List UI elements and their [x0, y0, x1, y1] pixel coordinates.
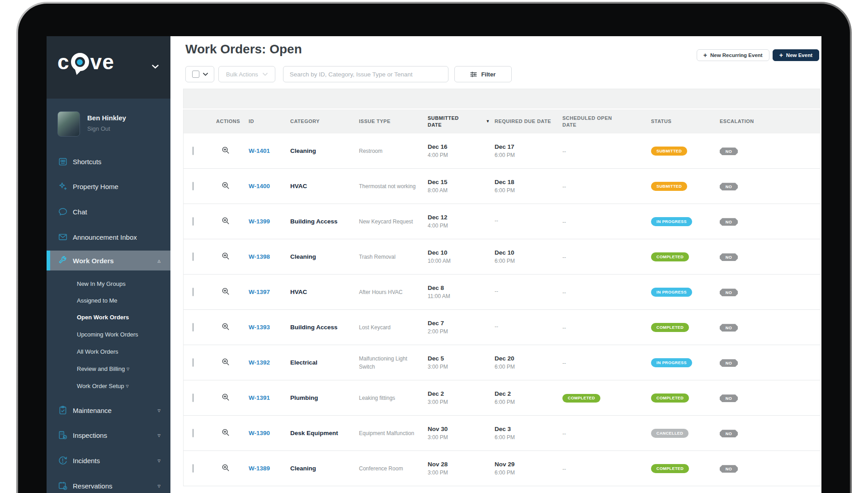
sidebar-item-announcement-inbox[interactable]: Announcement Inbox — [47, 227, 170, 247]
sort-desc-icon[interactable]: ▼ — [486, 119, 490, 124]
category-cell: Cleaning — [290, 465, 359, 472]
work-order-id-link[interactable]: W-1392 — [249, 359, 290, 366]
sidebar-subitem-assigned-to-me[interactable]: Assigned to Me — [77, 297, 118, 304]
sidebar-item-property-home[interactable]: Property Home — [47, 176, 170, 196]
row-checkbox[interactable] — [193, 217, 193, 226]
collapse-chevron-icon[interactable]: ▵ — [157, 258, 160, 264]
column-header-actions[interactable]: ACTIONS — [216, 118, 249, 125]
row-checkbox[interactable] — [193, 393, 193, 402]
chevron-down-icon[interactable]: ▿ — [127, 365, 130, 372]
escalation-badge: NO — [720, 218, 738, 226]
sidebar-item-incidents[interactable]: Incidents ▿ — [47, 450, 170, 470]
table-row[interactable]: W-1399 Building Access New Keycard Reque… — [184, 204, 820, 239]
bulk-actions-button[interactable]: Bulk Actions — [218, 66, 275, 82]
row-checkbox[interactable] — [193, 429, 193, 437]
sidebar-subitem-review-and-billing[interactable]: Review and Billing ▿ — [77, 365, 129, 372]
chevron-down-icon[interactable]: ▿ — [157, 458, 160, 464]
table-row[interactable]: W-1397 HVAC After Hours HVAC Dec 8 11:00… — [184, 275, 820, 310]
zoom-in-action-icon[interactable] — [222, 322, 249, 332]
submitted-date-cell: Nov 30 3:00 PM — [428, 426, 495, 441]
work-order-id-link[interactable]: W-1397 — [249, 289, 290, 295]
scheduled-open-date-cell: -- — [562, 429, 651, 437]
zoom-in-action-icon[interactable] — [222, 358, 249, 368]
column-header-issue-type[interactable]: ISSUE TYPE — [359, 118, 428, 125]
select-all-checkbox[interactable] — [192, 71, 199, 78]
row-checkbox[interactable] — [193, 464, 193, 473]
row-checkbox[interactable] — [193, 288, 193, 296]
scheduled-open-date-cell: -- — [562, 465, 651, 473]
chevron-down-icon[interactable]: ▿ — [157, 408, 160, 413]
work-order-id-link[interactable]: W-1401 — [249, 147, 290, 154]
search-input[interactable] — [283, 66, 448, 82]
zoom-in-action-icon[interactable] — [222, 393, 249, 403]
column-header-status[interactable]: STATUS — [651, 118, 720, 125]
avatar[interactable] — [57, 111, 80, 137]
sidebar-subitem-new-in-my-groups[interactable]: New In My Groups — [77, 280, 126, 287]
escalation-badge: NO — [720, 359, 738, 367]
zoom-in-action-icon[interactable] — [222, 252, 249, 262]
zoom-in-action-icon[interactable] — [222, 181, 249, 191]
column-header-category[interactable]: CATEGORY — [290, 118, 359, 125]
sidebar-item-reservations[interactable]: Reservations ▿ — [47, 476, 170, 493]
column-header-scheduled-open-date[interactable]: SCHEDULED OPEN DATE — [562, 115, 619, 128]
zoom-in-action-icon[interactable] — [222, 464, 249, 474]
new-recurring-event-button[interactable]: + New Recurring Event — [697, 49, 769, 61]
chevron-down-icon[interactable]: ▿ — [157, 483, 160, 489]
work-order-id-link[interactable]: W-1399 — [249, 218, 290, 225]
chevron-down-icon[interactable]: ▿ — [126, 383, 129, 389]
new-event-button[interactable]: + New Event — [773, 49, 819, 61]
sign-out-link[interactable]: Sign Out — [87, 125, 126, 132]
row-checkbox[interactable] — [193, 182, 193, 190]
select-all-dropdown[interactable] — [185, 66, 214, 82]
issue-type-cell: Restroom — [359, 147, 428, 155]
sidebar-item-chat[interactable]: Chat — [47, 202, 170, 222]
chevron-down-icon[interactable]: ▿ — [157, 432, 160, 438]
required-due-date-cell: Dec 20 6:00 PM — [495, 355, 562, 370]
cove-logo[interactable]: c ve — [57, 52, 114, 72]
zoom-in-action-icon[interactable] — [222, 287, 249, 297]
column-header-submitted-date[interactable]: SUBMITTED DATE ▼ — [428, 115, 495, 128]
sidebar-subitem-open-work-orders[interactable]: Open Work Orders — [77, 314, 129, 321]
work-order-id-link[interactable]: W-1393 — [249, 324, 290, 331]
table-row[interactable]: W-1398 Cleaning Trash Removal Dec 10 10:… — [184, 239, 820, 275]
row-checkbox[interactable] — [193, 358, 193, 367]
work-orders-icon — [58, 256, 68, 265]
required-due-date-cell: Dec 17 6:00 PM — [495, 143, 562, 158]
filter-icon — [470, 71, 477, 77]
column-header-required-due-date[interactable]: REQUIRED DUE DATE — [495, 118, 562, 125]
zoom-in-action-icon[interactable] — [222, 428, 249, 438]
work-order-id-link[interactable]: W-1390 — [249, 430, 290, 436]
work-order-id-link[interactable]: W-1391 — [249, 394, 290, 401]
table-row[interactable]: W-1393 Building Access Lost Keycard Dec … — [184, 310, 820, 345]
filter-button[interactable]: Filter — [454, 66, 512, 82]
sidebar-item-shortcuts[interactable]: Shortcuts — [47, 152, 170, 171]
table-row[interactable]: W-1391 Plumbing Leaking fittings Dec 2 3… — [184, 380, 820, 416]
table-row[interactable]: W-1390 Desk Equipment Equipment Malfunct… — [184, 416, 820, 451]
logo-text-right: ve — [90, 52, 114, 72]
table-row[interactable]: W-1392 Electrical Malfunctioning Light S… — [184, 345, 820, 380]
row-checkbox[interactable] — [193, 323, 193, 332]
sidebar-item-maintenance[interactable]: Maintenance ▿ — [47, 400, 170, 420]
status-badge: SUBMITTED — [651, 182, 687, 191]
sidebar-item-work-orders[interactable]: Work Orders ▵ — [47, 251, 170, 270]
table-row[interactable]: W-1389 Cleaning Conference Room Nov 28 3… — [184, 451, 820, 486]
sidebar-subitem-upcoming-work-orders[interactable]: Upcoming Work Orders — [77, 331, 138, 338]
table-row[interactable]: W-1401 Cleaning Restroom Dec 16 4:00 PM … — [184, 133, 820, 169]
column-header-id[interactable]: ID — [249, 118, 290, 125]
sidebar-subitem-work-order-setup[interactable]: Work Order Setup ▿ — [77, 383, 129, 389]
table-row[interactable]: W-1400 HVAC Thermostat not working Dec 1… — [184, 169, 820, 204]
sidebar-subitem-all-work-orders[interactable]: All Work Orders — [77, 348, 118, 355]
sidebar-item-inspections[interactable]: Inspections ▿ — [47, 425, 170, 445]
zoom-in-action-icon[interactable] — [222, 217, 249, 227]
scheduled-open-date-cell: -- — [562, 182, 651, 190]
work-order-id-link[interactable]: W-1398 — [249, 253, 290, 260]
column-header-escalation[interactable]: ESCALATION — [720, 118, 788, 125]
user-row: Ben Hinkley Sign Out — [57, 111, 126, 137]
work-order-id-link[interactable]: W-1389 — [249, 465, 290, 472]
row-checkbox[interactable] — [193, 147, 193, 155]
work-order-id-link[interactable]: W-1400 — [249, 183, 290, 190]
chevron-down-icon[interactable] — [152, 62, 159, 71]
zoom-in-action-icon[interactable] — [222, 146, 249, 156]
row-checkbox[interactable] — [193, 252, 193, 261]
sidebar-item-label: Property Home — [73, 183, 118, 190]
